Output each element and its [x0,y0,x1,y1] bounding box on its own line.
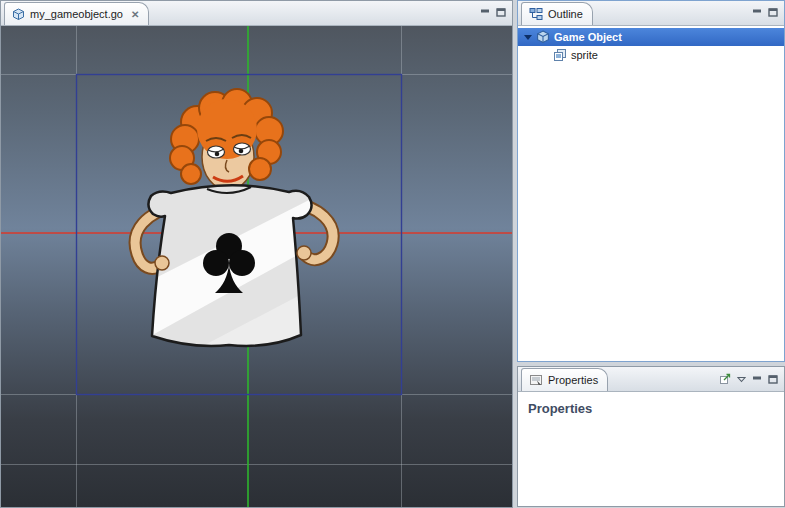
outline-tree-icon [529,7,543,21]
editor-tab[interactable]: my_gameobject.go ✕ [4,2,149,25]
properties-tab[interactable]: Properties [521,368,608,391]
game-object-cube-icon [12,8,25,21]
close-tab-icon[interactable]: ✕ [131,9,139,20]
maximize-icon[interactable] [768,7,778,17]
game-object-cube-icon [536,30,550,44]
editor-tab-label: my_gameobject.go [30,8,123,20]
view-menu-chevron-icon[interactable] [737,375,746,384]
maximize-icon[interactable] [768,374,778,384]
properties-tabbar: Properties [518,367,784,392]
expander-arrow-icon[interactable] [524,35,532,40]
pin-view-icon[interactable] [719,373,731,385]
property-sheet-icon [529,373,543,387]
outline-window-buttons [752,7,778,17]
outline-tabbar: Outline [518,1,784,26]
scene-viewport [1,26,512,507]
scene-canvas[interactable] [1,26,512,507]
editor-window-buttons [480,7,506,17]
editor-panel: my_gameobject.go ✕ [0,0,513,508]
outline-panel: Outline [517,0,785,362]
tree-item-label: sprite [571,49,598,61]
minimize-icon[interactable] [752,7,762,17]
properties-toolbar [719,373,778,385]
outline-tab[interactable]: Outline [521,2,593,25]
minimize-icon[interactable] [480,7,490,17]
maximize-icon[interactable] [496,7,506,17]
properties-panel: Properties [517,366,785,507]
tree-item-game-object[interactable]: Game Object [518,28,784,46]
properties-tab-label: Properties [548,374,598,386]
app-window: my_gameobject.go ✕ [0,0,785,508]
properties-title: Properties [528,401,774,416]
outline-tree: Game Object sprite [518,26,784,361]
minimize-icon[interactable] [752,374,762,384]
properties-content: Properties [518,392,784,506]
tree-item-sprite[interactable]: sprite [518,46,784,64]
sprite-icon [553,48,567,62]
outline-tab-label: Outline [548,8,583,20]
editor-tabbar: my_gameobject.go ✕ [1,1,512,26]
tree-item-label: Game Object [554,31,622,43]
